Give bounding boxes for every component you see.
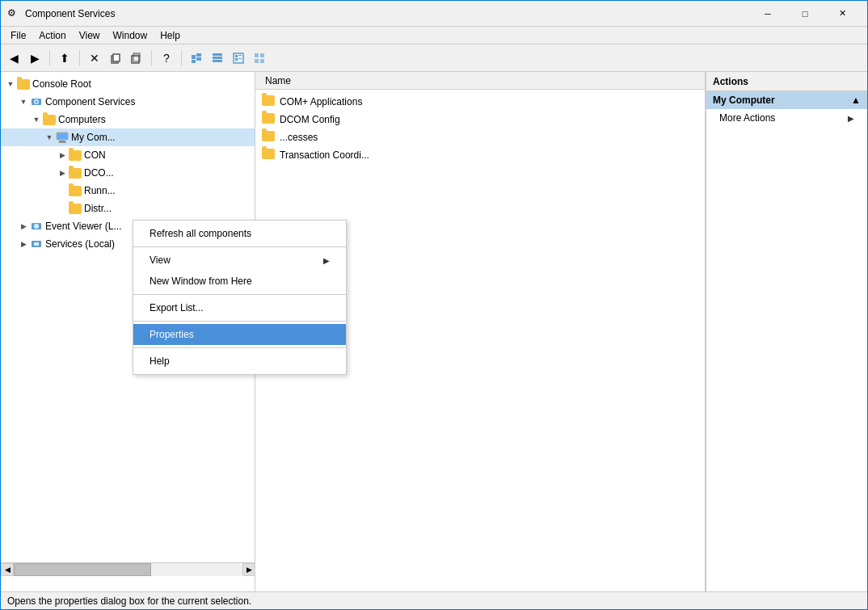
content-item-dcom-config[interactable]: DCOM Config <box>255 111 705 128</box>
tree-label-event-viewer: Event Viewer (L... <box>45 221 122 232</box>
distributed-icon <box>69 202 82 215</box>
running-icon <box>69 184 82 197</box>
tb-btn-8[interactable] <box>250 48 269 68</box>
back-button[interactable]: ◀ <box>4 48 23 68</box>
tree-label-services-local: Services (Local) <box>45 238 115 250</box>
toolbar-sep-3 <box>151 50 152 66</box>
svg-rect-14 <box>238 55 242 56</box>
tb-btn-5[interactable] <box>187 48 206 68</box>
event-viewer-icon <box>30 220 43 233</box>
svg-rect-6 <box>196 53 201 57</box>
svg-rect-11 <box>213 60 222 62</box>
expand-services-local[interactable]: ▶ <box>17 238 30 250</box>
tree-label-computers: Computers <box>58 114 106 125</box>
tree-item-console-root[interactable]: ▼ Console Root <box>1 75 255 93</box>
svg-rect-19 <box>255 59 259 63</box>
svg-rect-8 <box>192 60 196 63</box>
ctx-export-list[interactable]: Export List... <box>133 297 346 318</box>
ctx-export-label: Export List... <box>150 302 204 313</box>
ctx-sep-1 <box>133 246 346 247</box>
expand-running[interactable] <box>56 184 69 197</box>
tree-item-computers[interactable]: ▼ Computers <box>1 111 255 128</box>
content-folder-icon-1 <box>262 95 275 108</box>
menu-action[interactable]: Action <box>32 28 72 43</box>
tree-label-com-apps: CON <box>84 149 106 161</box>
title-bar: ⚙ Component Services ─ □ ✕ <box>1 1 867 27</box>
copy-button[interactable] <box>106 48 125 68</box>
menu-window[interactable]: Window <box>107 28 154 43</box>
content-label-com-apps: COM+ Applications <box>280 96 362 107</box>
expand-component-services[interactable]: ▼ <box>17 95 30 108</box>
tree-item-dcom[interactable]: ▶ DCO... <box>1 164 255 182</box>
forward-button[interactable]: ▶ <box>25 48 44 68</box>
tree-label-my-computer: My Com... <box>71 132 116 143</box>
actions-header: Actions <box>706 72 867 91</box>
ctx-properties[interactable]: Properties <box>133 324 346 345</box>
tree-item-component-services[interactable]: ▼ Component Services <box>1 93 255 111</box>
scroll-thumb[interactable] <box>14 563 151 576</box>
paste-button[interactable] <box>127 48 146 68</box>
svg-rect-10 <box>213 57 222 59</box>
minimize-button[interactable]: ─ <box>749 1 786 27</box>
content-item-transaction[interactable]: Transaction Coordi... <box>255 146 705 164</box>
ctx-view[interactable]: View ▶ <box>133 250 346 271</box>
menu-file[interactable]: File <box>4 28 32 43</box>
content-item-com-apps[interactable]: COM+ Applications <box>255 93 705 111</box>
svg-rect-26 <box>59 141 65 142</box>
svg-point-23 <box>36 101 38 103</box>
restore-button[interactable]: □ <box>786 1 824 27</box>
content-item-processes[interactable]: ...cesses <box>255 128 705 146</box>
expand-com-apps[interactable]: ▶ <box>56 149 69 162</box>
close-button[interactable]: ✕ <box>824 1 861 27</box>
tree-scrollbar[interactable]: ◀ ▶ <box>1 562 255 575</box>
menu-help[interactable]: Help <box>154 28 187 43</box>
svg-point-29 <box>34 224 39 229</box>
ctx-refresh-all[interactable]: Refresh all components <box>133 223 346 244</box>
actions-more-actions[interactable]: More Actions ▶ <box>706 109 867 127</box>
up-button[interactable]: ⬆ <box>55 48 74 68</box>
ctx-new-window-label: New Window from Here <box>150 276 252 287</box>
tb-btn-7[interactable] <box>229 48 248 68</box>
svg-rect-18 <box>260 53 264 57</box>
actions-section-my-computer[interactable]: My Computer ▲ <box>706 91 867 109</box>
component-services-icon <box>30 95 43 108</box>
menu-view[interactable]: View <box>73 28 107 43</box>
com-apps-icon <box>69 149 82 162</box>
tree-label-dcom: DCO... <box>84 167 114 179</box>
ctx-new-window[interactable]: New Window from Here <box>133 271 346 292</box>
content-folder-icon-3 <box>262 131 275 144</box>
scroll-track[interactable] <box>14 563 242 576</box>
my-computer-icon <box>56 131 69 144</box>
svg-rect-20 <box>260 59 264 63</box>
computers-icon <box>43 113 56 126</box>
toolbar-sep-4 <box>181 50 182 66</box>
tree-item-distributed[interactable]: Distr... <box>1 200 255 217</box>
help-button[interactable]: ? <box>157 48 176 68</box>
content-folder-icon-4 <box>262 149 275 162</box>
title-controls: ─ □ ✕ <box>749 1 861 27</box>
menu-bar: File Action View Window Help <box>1 27 867 44</box>
expand-event-viewer[interactable]: ▶ <box>17 220 30 233</box>
expand-my-computer[interactable]: ▼ <box>43 131 56 144</box>
ctx-help[interactable]: Help <box>133 351 346 372</box>
status-bar: Opens the properties dialog box for the … <box>1 591 867 609</box>
scroll-right-btn[interactable]: ▶ <box>242 563 255 576</box>
expand-console-root[interactable]: ▼ <box>4 78 17 90</box>
expand-dcom[interactable]: ▶ <box>56 166 69 179</box>
actions-collapse-icon: ▲ <box>851 95 861 106</box>
tree-item-running[interactable]: Runn... <box>1 182 255 200</box>
content-label-processes: ...cesses <box>280 132 318 143</box>
toolbar-sep-2 <box>79 50 80 66</box>
tree-item-my-computer[interactable]: ▼ My Com... <box>1 128 255 146</box>
expand-distributed[interactable] <box>56 202 69 215</box>
cut-button[interactable]: ✕ <box>85 48 104 68</box>
tb-btn-6[interactable] <box>208 48 227 68</box>
svg-rect-15 <box>235 58 238 61</box>
tree-item-com-apps[interactable]: ▶ CON <box>1 146 255 164</box>
ctx-view-arrow: ▶ <box>323 256 330 265</box>
scroll-left-btn[interactable]: ◀ <box>1 563 14 576</box>
actions-pane: Actions My Computer ▲ More Actions ▶ <box>706 72 867 593</box>
expand-computers[interactable]: ▼ <box>30 113 43 126</box>
content-list: COM+ Applications DCOM Config ...cesses <box>255 90 705 167</box>
content-label-transaction: Transaction Coordi... <box>280 149 369 161</box>
